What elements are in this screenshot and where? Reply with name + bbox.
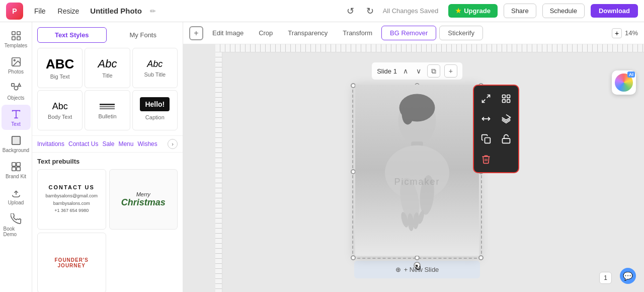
svg-rect-2 — [12, 37, 15, 40]
canvas-area: + Edit Image Crop Transparency Transform… — [183, 22, 644, 292]
bg-remover-button[interactable]: BG Remover — [381, 26, 436, 40]
canvas-workspace: Slide 1 ∧ ∨ ⧉ + — [354, 62, 480, 278]
canvas-toolbar: + Edit Image Crop Transparency Transform… — [183, 22, 644, 44]
text-style-subtitle[interactable]: Abc Sub Title — [132, 48, 178, 88]
text-style-title[interactable]: Abc Title — [85, 48, 130, 88]
slide-prev-button[interactable]: ∧ — [401, 66, 410, 76]
toolbar-tab-transform[interactable]: Transform — [337, 26, 378, 40]
ruler-vertical — [215, 52, 222, 292]
zoom-level: 14% — [625, 29, 638, 37]
sidebar-item-photos[interactable]: Photos — [2, 52, 31, 78]
text-style-bulletin[interactable]: Bulletin — [85, 90, 130, 130]
merry-text: Merry — [136, 191, 150, 197]
category-contact-us[interactable]: Contact Us — [68, 139, 98, 149]
add-slide-button[interactable]: ⊕ + New Slide — [354, 261, 480, 278]
svg-rect-36 — [485, 138, 491, 143]
sidebar-item-templates[interactable]: Templates — [2, 26, 31, 51]
svg-point-22 — [385, 145, 449, 200]
body-preview: Abc — [52, 102, 68, 111]
stickerify-button[interactable]: Stickerify — [439, 26, 483, 40]
sidebar-item-background[interactable]: Background — [2, 131, 31, 156]
schedule-button[interactable]: Schedule — [542, 4, 585, 18]
toolbar-tab-transparency[interactable]: Transparency — [282, 26, 334, 40]
category-menu[interactable]: Menu — [118, 139, 133, 149]
float-delete-icon[interactable] — [478, 151, 494, 167]
category-wishes[interactable]: Wishes — [137, 139, 157, 149]
handle-bottom-right[interactable] — [478, 255, 484, 260]
slide-next-button[interactable]: ∨ — [414, 66, 423, 76]
sidebar-item-upload[interactable]: Upload — [2, 183, 31, 208]
menu-resize[interactable]: Resize — [53, 5, 85, 17]
redo-button[interactable]: ↻ — [363, 4, 377, 19]
slide-duplicate-button[interactable]: ⧉ — [427, 64, 440, 78]
tab-my-fonts[interactable]: My Fonts — [109, 27, 178, 43]
prebuilt-christmas[interactable]: Merry Christmas — [109, 169, 178, 230]
subtitle-preview: Abc — [147, 59, 163, 68]
float-flip-icon[interactable] — [478, 111, 494, 127]
svg-rect-3 — [17, 37, 20, 40]
sidebar-item-text[interactable]: Text — [2, 105, 31, 130]
float-layers-icon[interactable] — [498, 111, 514, 127]
share-button[interactable]: Share — [504, 4, 536, 18]
svg-line-30 — [482, 100, 486, 103]
title-label: Title — [102, 72, 112, 79]
float-unlock-icon[interactable] — [498, 131, 514, 147]
svg-rect-34 — [507, 100, 510, 103]
handle-bottom-center[interactable] — [415, 255, 420, 260]
document-title[interactable]: Untitled Photo — [90, 7, 141, 15]
svg-rect-7 — [11, 84, 14, 87]
sidebar-item-book-demo[interactable]: Book Demo — [2, 209, 31, 240]
canvas-scroll[interactable]: Slide 1 ∧ ∨ ⧉ + — [183, 44, 644, 292]
text-style-body[interactable]: Abc Body Text — [37, 90, 83, 130]
text-style-big-text[interactable]: ABC Big Text — [37, 48, 83, 88]
canvas-image[interactable]: Picmaker — [355, 85, 479, 256]
category-arrow-button[interactable]: › — [168, 139, 178, 149]
float-copy-icon[interactable] — [478, 131, 494, 147]
text-style-caption[interactable]: Hello! Caption — [132, 90, 178, 130]
sidebar-label-objects: Objects — [8, 95, 25, 101]
svg-point-6 — [14, 86, 18, 90]
svg-point-20 — [401, 103, 414, 124]
text-panel: Text Styles My Fonts ABC Big Text Abc Ti… — [32, 22, 183, 292]
handle-bottom-left[interactable] — [351, 255, 356, 260]
edit-title-icon[interactable]: ✏ — [150, 7, 156, 15]
caption-preview: Hello! — [140, 100, 170, 108]
prebuilt-founders[interactable]: FOUNDER'S JOURNEY — [37, 233, 106, 292]
float-replace-icon[interactable] — [498, 91, 514, 107]
sidebar-label-brand-kit: Brand Kit — [6, 174, 26, 179]
tab-text-styles[interactable]: Text Styles — [37, 27, 107, 43]
woman-silhouette — [355, 85, 479, 256]
category-sale[interactable]: Sale — [102, 139, 114, 149]
svg-marker-8 — [18, 84, 20, 87]
toolbar-tab-crop[interactable]: Crop — [253, 26, 279, 40]
sidebar-label-text: Text — [11, 121, 20, 127]
toolbar-tab-edit-image[interactable]: Edit Image — [206, 26, 250, 40]
svg-point-5 — [14, 59, 15, 61]
chat-button[interactable]: 💬 — [620, 268, 636, 284]
category-invitations[interactable]: Invitations — [37, 139, 64, 149]
sidebar-item-brand-kit[interactable]: Brand Kit — [2, 157, 31, 182]
ai-button[interactable]: AI — [612, 70, 636, 95]
upgrade-button[interactable]: Upgrade — [448, 4, 498, 18]
add-element-button[interactable]: + — [189, 26, 203, 40]
menu-file[interactable]: File — [29, 5, 51, 17]
svg-rect-0 — [12, 32, 15, 35]
undo-button[interactable]: ↺ — [344, 4, 357, 19]
slide-add-button[interactable]: + — [444, 64, 457, 78]
watermark: Picmaker — [394, 177, 440, 187]
sidebar-label-photos: Photos — [8, 69, 24, 75]
slide-controls: Slide 1 ∧ ∨ ⧉ + — [372, 62, 462, 80]
svg-rect-14 — [16, 163, 20, 166]
prebuilt-contact-us[interactable]: CONTACT US barnbysalons@gmail.combarnbys… — [37, 169, 106, 230]
logo-text: P — [12, 7, 17, 15]
download-button[interactable]: Download — [591, 4, 638, 18]
float-resize-icon[interactable] — [478, 91, 494, 107]
zoom-button[interactable]: + — [612, 28, 622, 38]
svg-rect-1 — [17, 32, 20, 35]
svg-rect-32 — [507, 95, 510, 98]
ai-panel: AI — [612, 70, 636, 95]
prebuilts-grid: CONTACT US barnbysalons@gmail.combarnbys… — [37, 169, 178, 292]
page-indicator[interactable]: 1 — [599, 272, 612, 284]
svg-rect-37 — [503, 138, 510, 143]
sidebar-item-objects[interactable]: Objects — [2, 79, 31, 104]
